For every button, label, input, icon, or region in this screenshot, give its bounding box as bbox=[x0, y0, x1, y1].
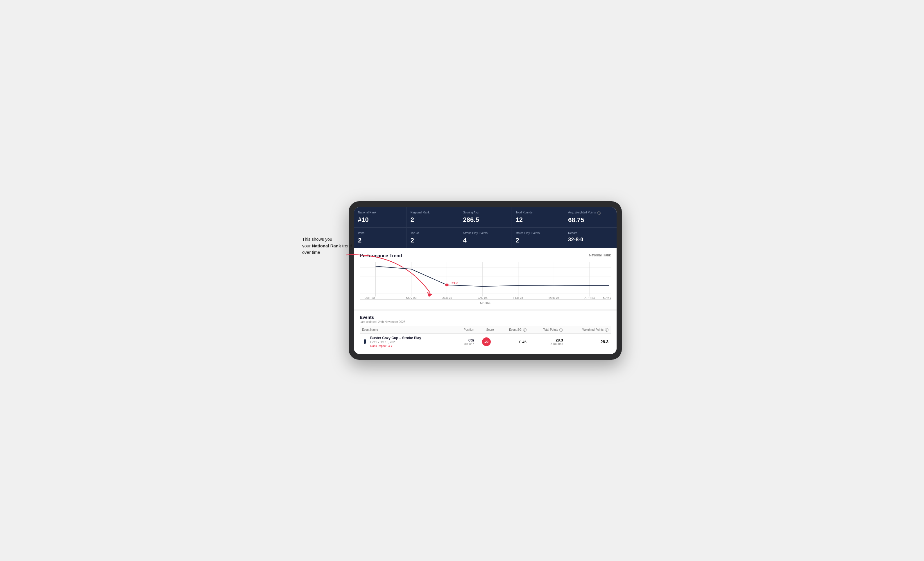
event-position-sub: out of 7 bbox=[456, 343, 474, 346]
svg-text:MAY 24: MAY 24 bbox=[603, 296, 611, 299]
page-wrapper: This shows you your National Rank trend … bbox=[302, 201, 622, 359]
stat-wins-value: 2 bbox=[358, 236, 402, 244]
event-sg-info-icon: i bbox=[523, 328, 526, 332]
stat-national-rank-label: National Rank bbox=[358, 211, 402, 214]
event-details: Buster Cozy Cup – Stroke Play Oct 9 - Oc… bbox=[370, 336, 421, 347]
event-date: Oct 9 - Oct 10, 2023 bbox=[370, 341, 421, 344]
stat-top3s-label: Top 3s bbox=[411, 231, 455, 235]
stat-total-rounds-value: 12 bbox=[516, 216, 560, 224]
stat-avg-weighted-value: 68.75 bbox=[568, 216, 612, 224]
rank-impact-arrow-icon: ▼ bbox=[390, 345, 393, 347]
stat-regional-rank: Regional Rank 2 bbox=[406, 207, 459, 227]
tablet-screen: National Rank #10 Regional Rank 2 Scorin… bbox=[354, 207, 616, 354]
stat-scoring-avg-value: 286.5 bbox=[463, 216, 507, 224]
th-event-name: Event Name bbox=[360, 326, 454, 334]
th-position: Position bbox=[454, 326, 476, 334]
stat-scoring-avg: Scoring Avg. 286.5 bbox=[459, 207, 512, 227]
stat-total-rounds: Total Rounds 12 bbox=[512, 207, 564, 227]
stat-record: Record 32-8-0 bbox=[564, 227, 616, 248]
th-score: Score bbox=[476, 326, 496, 334]
stat-wins: Wins 2 bbox=[354, 227, 406, 248]
chart-x-axis-label: Months bbox=[360, 301, 611, 305]
stat-match-play: Match Play Events 2 bbox=[512, 227, 564, 248]
chart-section: Performance Trend National Rank bbox=[354, 248, 616, 309]
stat-national-rank-value: #10 bbox=[358, 216, 402, 224]
svg-text:NOV 23: NOV 23 bbox=[406, 296, 416, 299]
svg-text:DEC 23: DEC 23 bbox=[442, 296, 452, 299]
annotation-bold: National Rank bbox=[312, 243, 341, 248]
stat-national-rank: National Rank #10 bbox=[354, 207, 406, 227]
event-cell-position: 6th out of 7 bbox=[454, 334, 476, 350]
event-row: Buster Cozy Cup – Stroke Play Oct 9 - Oc… bbox=[360, 334, 611, 350]
weighted-points-info-icon: i bbox=[605, 328, 609, 332]
stat-match-play-value: 2 bbox=[516, 236, 560, 244]
event-cell-sg: 0.45 bbox=[496, 334, 529, 350]
event-weighted-points: 28.3 bbox=[601, 340, 609, 344]
stat-top3s: Top 3s 2 bbox=[406, 227, 459, 248]
stat-match-play-label: Match Play Events bbox=[516, 231, 560, 235]
stat-stroke-play-value: 4 bbox=[463, 236, 507, 244]
stat-record-label: Record bbox=[568, 231, 612, 235]
stat-avg-weighted-label: Avg. Weighted Points i bbox=[568, 211, 612, 214]
annotation-text: This shows you your National Rank trend … bbox=[302, 236, 357, 256]
svg-point-13 bbox=[445, 283, 448, 286]
annotation-line2: your bbox=[302, 243, 312, 248]
total-points-info-icon: i bbox=[560, 328, 563, 332]
stat-wins-label: Wins bbox=[358, 231, 402, 235]
event-golf-icon bbox=[362, 339, 368, 345]
event-cell-weighted-points: 28.3 bbox=[565, 334, 611, 350]
svg-text:JAN 24: JAN 24 bbox=[478, 296, 488, 299]
event-row-inner: Buster Cozy Cup – Stroke Play Oct 9 - Oc… bbox=[362, 336, 452, 347]
event-score-badge: -22 bbox=[482, 337, 491, 346]
event-position: 6th bbox=[456, 338, 474, 343]
events-table-header: Event Name Position Score Event SG bbox=[360, 326, 611, 334]
stats-bar-row1: National Rank #10 Regional Rank 2 Scorin… bbox=[354, 207, 616, 227]
svg-text:OCT 23: OCT 23 bbox=[364, 296, 375, 299]
svg-rect-24 bbox=[364, 343, 366, 344]
avg-weighted-info-icon: i bbox=[597, 211, 601, 215]
stat-top3s-value: 2 bbox=[411, 236, 455, 244]
svg-text:#10: #10 bbox=[452, 281, 458, 284]
stat-stroke-play-label: Stroke Play Events bbox=[463, 231, 507, 235]
event-cell-name: Buster Cozy Cup – Stroke Play Oct 9 - Oc… bbox=[360, 334, 454, 350]
stat-total-rounds-label: Total Rounds bbox=[516, 211, 560, 214]
stat-regional-rank-label: Regional Rank bbox=[411, 211, 455, 214]
event-rounds: 3 Rounds bbox=[531, 343, 563, 346]
stat-stroke-play: Stroke Play Events 4 bbox=[459, 227, 512, 248]
stat-scoring-avg-label: Scoring Avg. bbox=[463, 211, 507, 214]
events-title: Events bbox=[360, 315, 611, 320]
events-table: Event Name Position Score Event SG bbox=[360, 326, 611, 350]
stat-avg-weighted: Avg. Weighted Points i 68.75 bbox=[564, 207, 616, 227]
events-last-updated: Last updated: 24th November 2023 bbox=[360, 320, 611, 323]
th-event-sg: Event SG i bbox=[496, 326, 529, 334]
event-cell-score: -22 bbox=[476, 334, 496, 350]
stat-regional-rank-value: 2 bbox=[411, 216, 455, 224]
chart-svg: #10 OCT 23 NOV 23 DEC 23 JAN 24 FEB 24 M… bbox=[360, 262, 611, 299]
event-total-points: 28.3 bbox=[531, 338, 563, 343]
th-weighted-points: Weighted Points i bbox=[565, 326, 611, 334]
svg-text:APR 24: APR 24 bbox=[585, 296, 595, 299]
event-sg-value: 0.45 bbox=[519, 340, 526, 344]
chart-area: #10 OCT 23 NOV 23 DEC 23 JAN 24 FEB 24 M… bbox=[360, 262, 611, 300]
tablet-frame: National Rank #10 Regional Rank 2 Scorin… bbox=[349, 201, 622, 359]
svg-rect-23 bbox=[364, 340, 366, 343]
stat-record-value: 32-8-0 bbox=[568, 236, 612, 243]
annotation-line1: This shows you bbox=[302, 236, 332, 242]
chart-title: Performance Trend bbox=[360, 253, 402, 259]
svg-text:MAR 24: MAR 24 bbox=[549, 296, 560, 299]
svg-text:FEB 24: FEB 24 bbox=[513, 296, 524, 299]
th-total-points: Total Points i bbox=[529, 326, 566, 334]
event-rank-impact: Rank Impact: 3 ▼ bbox=[370, 344, 421, 347]
chart-header: Performance Trend National Rank bbox=[360, 253, 611, 259]
events-section: Events Last updated: 24th November 2023 … bbox=[354, 309, 616, 354]
stats-bar-row2: Wins 2 Top 3s 2 Stroke Play Events 4 Mat… bbox=[354, 227, 616, 248]
event-name: Buster Cozy Cup – Stroke Play bbox=[370, 336, 421, 340]
chart-subtitle: National Rank bbox=[589, 253, 611, 257]
event-cell-total-points: 28.3 3 Rounds bbox=[529, 334, 566, 350]
